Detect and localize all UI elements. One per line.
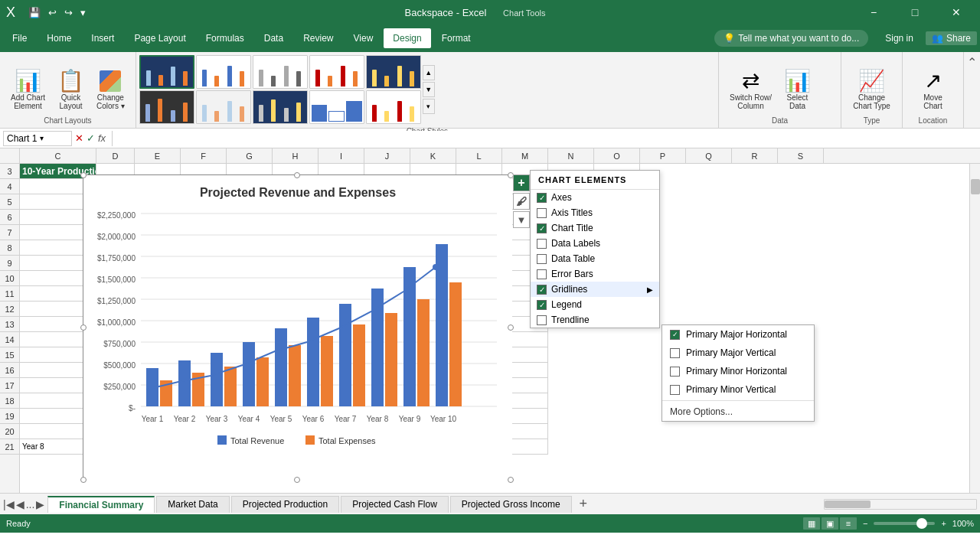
- col-header-f[interactable]: F: [181, 148, 227, 163]
- tab-prev-button[interactable]: ◀: [16, 498, 24, 510]
- tab-data[interactable]: Data: [255, 28, 292, 48]
- close-button[interactable]: ✕: [939, 0, 974, 24]
- col-header-c[interactable]: C: [20, 148, 96, 163]
- name-box[interactable]: Chart 1 ▾: [3, 131, 72, 146]
- add-sheet-button[interactable]: +: [573, 496, 594, 512]
- primary-minor-vertical-checkbox[interactable]: [670, 385, 680, 395]
- axis-titles-checkbox[interactable]: [537, 208, 547, 218]
- confirm-formula-button[interactable]: ✓: [87, 132, 95, 144]
- tab-first-button[interactable]: |◀: [3, 498, 15, 510]
- change-chart-type-button[interactable]: 📈 ChangeChart Type: [848, 67, 895, 113]
- chart-style-1[interactable]: [139, 55, 194, 89]
- select-data-button[interactable]: 📊 SelectData: [779, 67, 815, 113]
- chart-styles-button[interactable]: 🖌: [513, 193, 530, 210]
- gridlines-more-options[interactable]: More Options...: [662, 403, 814, 421]
- chart-handle-tl[interactable]: [80, 172, 87, 178]
- gridlines-primary-major-horizontal[interactable]: ✓ Primary Major Horizontal: [662, 325, 814, 344]
- primary-major-horizontal-checkbox[interactable]: ✓: [670, 330, 680, 340]
- chart-elements-button[interactable]: +: [513, 174, 530, 191]
- col-header-o[interactable]: O: [594, 148, 640, 163]
- cancel-formula-button[interactable]: ✕: [75, 132, 83, 144]
- chart-style-8[interactable]: [253, 90, 308, 124]
- chart-element-error-bars[interactable]: Error Bars: [531, 266, 659, 282]
- col-header-k[interactable]: K: [410, 148, 456, 163]
- chart-handle-mr[interactable]: [508, 324, 514, 331]
- vertical-scrollbar[interactable]: [969, 164, 980, 493]
- error-bars-checkbox[interactable]: [537, 269, 547, 279]
- tab-format[interactable]: Format: [433, 28, 480, 48]
- chart-title-checkbox[interactable]: ✓: [537, 223, 547, 233]
- qat-dropdown-button[interactable]: ▾: [78, 5, 88, 20]
- chart-handle-bl[interactable]: [80, 477, 87, 483]
- ribbon-collapse-button[interactable]: ⌃: [964, 52, 980, 128]
- sign-in-button[interactable]: Sign in: [879, 31, 920, 45]
- col-header-i[interactable]: I: [318, 148, 364, 163]
- zoom-slider-thumb[interactable]: [916, 518, 927, 529]
- chart-handle-ml[interactable]: [80, 324, 87, 331]
- chart-area[interactable]: Projected Revenue and Expenses $2,250,00…: [83, 174, 511, 481]
- redo-button[interactable]: ↪: [62, 5, 75, 20]
- col-header-h[interactable]: H: [273, 148, 318, 163]
- col-header-e[interactable]: E: [135, 148, 181, 163]
- chart-element-trendline[interactable]: Trendline: [531, 312, 659, 328]
- scrollbar-thumb[interactable]: [971, 179, 980, 194]
- chart-element-gridlines[interactable]: ✓ Gridlines ▶: [531, 282, 659, 297]
- zoom-slider[interactable]: [874, 522, 935, 525]
- gridlines-primary-minor-vertical[interactable]: Primary Minor Vertical: [662, 380, 814, 399]
- chart-style-5[interactable]: [366, 55, 421, 89]
- page-layout-view-button[interactable]: ▣: [822, 517, 838, 530]
- save-button[interactable]: 💾: [26, 5, 43, 20]
- tab-financial-summary[interactable]: Financial Summary: [47, 496, 155, 513]
- legend-checkbox[interactable]: ✓: [537, 300, 547, 310]
- chart-style-3[interactable]: [253, 55, 308, 89]
- tab-market-data[interactable]: Market Data: [156, 496, 229, 513]
- col-header-r[interactable]: R: [732, 148, 778, 163]
- chart-style-10[interactable]: [366, 90, 421, 124]
- quick-layout-button[interactable]: 📋 QuickLayout: [53, 67, 89, 113]
- tab-formulas[interactable]: Formulas: [197, 28, 253, 48]
- chart-handle-tm[interactable]: [294, 172, 300, 178]
- chart-handle-bm[interactable]: [294, 477, 300, 483]
- zoom-minus-button[interactable]: −: [863, 519, 867, 528]
- chart-filters-button[interactable]: ▼: [513, 211, 530, 228]
- tab-view[interactable]: View: [345, 28, 383, 48]
- col-header-j[interactable]: J: [364, 148, 410, 163]
- chart-element-axis-titles[interactable]: Axis Titles: [531, 205, 659, 220]
- tab-next-button[interactable]: ▶: [36, 498, 44, 510]
- tab-projected-production[interactable]: Projected Production: [231, 496, 339, 513]
- data-table-checkbox[interactable]: [537, 254, 547, 264]
- chart-element-axes[interactable]: ✓ Axes: [531, 190, 659, 205]
- tab-review[interactable]: Review: [294, 28, 342, 48]
- add-chart-element-button[interactable]: 📊 Add ChartElement: [6, 67, 50, 113]
- minimize-button[interactable]: −: [856, 0, 891, 24]
- tab-projected-cash-flow[interactable]: Projected Cash Flow: [341, 496, 449, 513]
- col-header-m[interactable]: M: [502, 148, 548, 163]
- insert-function-button[interactable]: fx: [98, 132, 106, 144]
- tab-design[interactable]: Design: [384, 28, 430, 48]
- chart-element-chart-title[interactable]: ✓ Chart Title: [531, 220, 659, 236]
- primary-major-vertical-checkbox[interactable]: [670, 348, 680, 358]
- gridlines-primary-major-vertical[interactable]: Primary Major Vertical: [662, 344, 814, 362]
- col-header-p[interactable]: P: [640, 148, 686, 163]
- col-header-l[interactable]: L: [456, 148, 502, 163]
- chart-style-6[interactable]: [139, 90, 194, 124]
- chart-style-7[interactable]: [196, 90, 251, 124]
- tell-me-input[interactable]: 💡 Tell me what you want to do...: [714, 30, 868, 47]
- name-box-dropdown-icon[interactable]: ▾: [40, 134, 44, 142]
- share-button[interactable]: 👥 Share: [926, 31, 977, 45]
- tab-home[interactable]: Home: [38, 28, 80, 48]
- axes-checkbox[interactable]: ✓: [537, 193, 547, 203]
- move-chart-button[interactable]: ↗ MoveChart: [919, 67, 946, 113]
- tab-page-layout[interactable]: Page Layout: [125, 28, 194, 48]
- undo-button[interactable]: ↩: [46, 5, 59, 20]
- chart-style-2[interactable]: [196, 55, 251, 89]
- col-header-d[interactable]: D: [96, 148, 135, 163]
- col-header-n[interactable]: N: [548, 148, 594, 163]
- hscrollbar-thumb[interactable]: [825, 500, 871, 508]
- chart-element-data-table[interactable]: Data Table: [531, 251, 659, 266]
- maximize-button[interactable]: □: [897, 0, 933, 24]
- gridlines-primary-minor-horizontal[interactable]: Primary Minor Horizontal: [662, 362, 814, 380]
- switch-row-column-button[interactable]: ⇄ Switch Row/Column: [725, 67, 776, 113]
- chart-style-scroll-down[interactable]: ▼: [423, 82, 435, 97]
- gridlines-checkbox[interactable]: ✓: [537, 285, 547, 295]
